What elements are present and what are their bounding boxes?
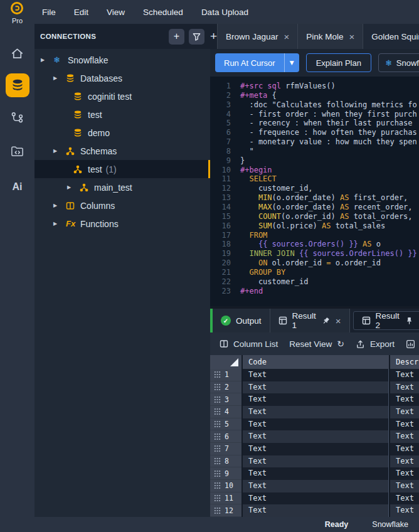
cell-description[interactable]: Text — [390, 406, 419, 418]
line-number: 4 — [210, 110, 231, 119]
cell-description[interactable]: Text — [390, 418, 419, 431]
cell-description[interactable]: Text — [390, 492, 419, 505]
cell-description[interactable]: Text — [390, 443, 419, 455]
reset-view-button[interactable]: Reset View ↻ — [289, 339, 344, 349]
cell-description[interactable]: Text — [390, 455, 419, 468]
code-line: 16 SUM(ol.price) AS total_sales — [210, 221, 419, 231]
drag-handle-icon[interactable] — [214, 482, 221, 489]
chevron-right-icon[interactable]: ▶ — [53, 203, 66, 208]
code-line-text: MIN(o.order_date) AS first_order, — [240, 193, 408, 203]
coginiti-logo-icon — [11, 2, 23, 14]
drag-handle-icon[interactable] — [214, 420, 221, 428]
editor-tab-pink-mole[interactable]: Pink Mole× — [298, 24, 363, 49]
cell-code[interactable]: Text — [243, 393, 389, 406]
code-line: 11 SELECT — [210, 174, 419, 184]
tree-item-columns[interactable]: ▶Columns — [34, 196, 210, 215]
cell-code[interactable]: Text — [243, 480, 389, 492]
row-gutter: 10 — [210, 480, 241, 492]
tree-item-snowflake[interactable]: ▶❄Snowflake — [34, 51, 210, 69]
editor-tab-brown-jaguar[interactable]: Brown Jaguar× — [218, 24, 298, 49]
output-tab-result-2[interactable]: Result 2× — [353, 311, 419, 330]
tree-item-test[interactable]: test — [34, 105, 210, 124]
cell-description[interactable]: Text — [390, 480, 419, 492]
export-button[interactable]: Export — [356, 339, 395, 349]
menu-item-scheduled[interactable]: Scheduled — [143, 8, 183, 17]
cell-code[interactable]: Text — [243, 406, 389, 418]
code-line: 4 - first order : when they first purch — [210, 110, 419, 119]
column-list-button[interactable]: Column List — [220, 339, 278, 349]
new-tab-button[interactable]: + — [210, 24, 218, 49]
rail-home-button[interactable] — [0, 41, 34, 66]
drag-handle-icon[interactable] — [214, 408, 221, 415]
cell-description[interactable]: Text — [390, 430, 419, 443]
chart-button[interactable]: Ch — [406, 339, 419, 349]
close-icon[interactable]: × — [284, 32, 289, 41]
cell-description[interactable]: Text — [390, 369, 419, 381]
columns-icon — [66, 201, 79, 210]
chevron-right-icon[interactable]: ▶ — [53, 221, 66, 226]
column-header-code[interactable]: Code — [243, 355, 389, 369]
pin-icon[interactable] — [321, 316, 331, 326]
drag-handle-icon[interactable] — [214, 457, 221, 465]
run-at-cursor-button[interactable]: Run At Cursor — [215, 53, 284, 72]
close-icon[interactable]: × — [336, 316, 341, 326]
filter-connections-button[interactable] — [189, 29, 204, 45]
cell-code[interactable]: Text — [243, 369, 389, 381]
rail-lineage-button[interactable] — [0, 105, 34, 130]
run-options-dropdown[interactable]: ▼ — [284, 53, 299, 72]
rail-databases-button[interactable] — [6, 73, 29, 97]
tree-item-demo[interactable]: demo — [34, 124, 210, 142]
output-tab-result-1[interactable]: Result 1× — [270, 309, 350, 332]
tree-item-coginiti-test[interactable]: coginiti test — [34, 87, 210, 105]
drag-handle-icon[interactable] — [214, 433, 221, 440]
table-icon — [362, 316, 371, 325]
cell-code[interactable]: Text — [243, 467, 389, 480]
tree-item-schemas[interactable]: ▶Schemas — [34, 142, 210, 160]
sql-code-editor[interactable]: 1#+src sql rfmValues()2#+meta {3 :doc "C… — [210, 77, 419, 306]
chevron-right-icon[interactable]: ▶ — [41, 57, 53, 63]
rail-projects-button[interactable] — [0, 139, 34, 164]
column-header-description[interactable]: Descri — [390, 355, 419, 369]
cell-code[interactable]: Text — [243, 455, 389, 468]
tree-item-functions[interactable]: ▶FxFunctions — [34, 215, 210, 233]
drag-handle-icon[interactable] — [214, 494, 221, 502]
drag-handle-icon[interactable] — [214, 396, 221, 403]
reset-view-label: Reset View — [289, 339, 332, 349]
menu-item-data-upload[interactable]: Data Upload — [201, 8, 248, 17]
chevron-right-icon[interactable]: ▶ — [53, 148, 66, 154]
drag-handle-icon[interactable] — [214, 383, 221, 391]
tree-item-main-test[interactable]: ▶main_test — [34, 178, 210, 196]
cell-description[interactable]: Text — [390, 504, 419, 517]
cell-code[interactable]: Text — [243, 443, 389, 455]
status-ready-label: Ready — [325, 520, 349, 529]
chevron-right-icon[interactable]: ▶ — [67, 184, 80, 190]
cell-code[interactable]: Text — [243, 381, 389, 394]
chevron-right-icon[interactable]: ▶ — [53, 75, 66, 81]
explain-plan-button[interactable]: Explain Plan — [306, 53, 371, 72]
cell-description[interactable]: Text — [390, 467, 419, 480]
cell-description[interactable]: Text — [390, 381, 419, 394]
schema-icon — [73, 165, 87, 174]
cell-code[interactable]: Text — [243, 492, 389, 505]
drag-handle-icon[interactable] — [214, 470, 221, 477]
menu-item-edit[interactable]: Edit — [74, 8, 88, 17]
menu-item-view[interactable]: View — [107, 8, 125, 17]
menu-item-file[interactable]: File — [42, 8, 56, 17]
tree-item-test[interactable]: test(1) — [34, 160, 210, 178]
pin-icon[interactable] — [405, 316, 414, 326]
connection-selector-button[interactable]: ❄ Snowflake • SNO — [378, 53, 419, 72]
drag-handle-icon[interactable] — [214, 371, 221, 378]
close-icon[interactable]: × — [349, 32, 354, 41]
cell-code[interactable]: Text — [243, 504, 389, 517]
cell-description[interactable]: Text — [390, 393, 419, 406]
drag-handle-icon[interactable] — [214, 445, 221, 452]
add-connection-button[interactable]: + — [169, 29, 184, 45]
select-all-corner[interactable] — [210, 355, 241, 369]
rail-ai-button[interactable]: Ai — [0, 174, 34, 200]
cell-code[interactable]: Text — [243, 418, 389, 431]
editor-tab-golden-squirr[interactable]: Golden Squirr — [363, 24, 419, 49]
output-tab-output[interactable]: ✓Output — [213, 309, 270, 332]
tree-item-databases[interactable]: ▶Databases — [34, 69, 210, 87]
cell-code[interactable]: Text — [243, 430, 389, 443]
drag-handle-icon[interactable] — [214, 507, 221, 514]
